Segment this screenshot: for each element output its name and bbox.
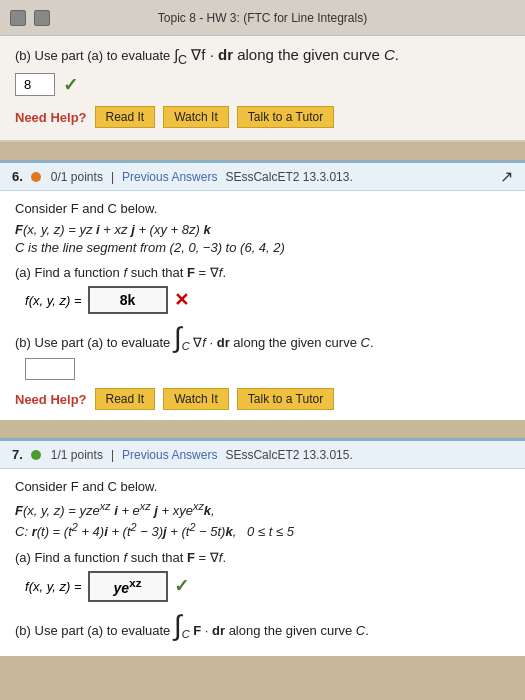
q6-prev-answers: Previous Answers: [122, 170, 217, 184]
divider2: [0, 420, 525, 438]
q6-problem-id: SEssCalcET2 13.3.013.: [225, 170, 352, 184]
q6-part-b-label: (b) Use part (a) to evaluate ∫C ∇f · dr …: [15, 324, 510, 352]
q6-points: 0/1 points: [51, 170, 103, 184]
part-b-label: (b) Use part (a) to evaluate ∫C ∇f · dr …: [15, 46, 510, 67]
q6-part-b-answer-row: [25, 358, 510, 380]
q6-math1: F(x, y, z) = yz i + xz j + (xy + 8z) k: [15, 222, 510, 237]
question-7-header: 7. 1/1 points | Previous Answers SEssCal…: [0, 441, 525, 469]
divider: [0, 142, 525, 160]
question-6-section: 6. 0/1 points | Previous Answers SEssCal…: [0, 160, 525, 420]
question-6-header: 6. 0/1 points | Previous Answers SEssCal…: [0, 163, 525, 191]
integral-icon: ∫: [174, 324, 182, 352]
q6-number: 6.: [12, 169, 23, 184]
green-dot-icon: [31, 450, 41, 460]
read-it-button[interactable]: Read It: [95, 106, 156, 128]
back-button[interactable]: [10, 10, 26, 26]
cursor-icon: ↗: [500, 167, 513, 186]
orange-dot-icon: [31, 172, 41, 182]
watch-it-button[interactable]: Watch It: [163, 106, 229, 128]
answer-value: 8: [15, 73, 55, 96]
top-bar: Topic 8 - HW 3: (FTC for Line Integrals): [0, 0, 525, 36]
q7-math1: F(x, y, z) = yzexz i + exz j + xyexzk,: [15, 500, 510, 518]
q6-part-b-answer-box[interactable]: [25, 358, 75, 380]
q7-problem-id: SEssCalcET2 13.3.015.: [225, 448, 352, 462]
q6-tutor-button[interactable]: Talk to a Tutor: [237, 388, 334, 410]
checkmark-icon: ✓: [63, 74, 78, 96]
q7-prev-answers: Previous Answers: [122, 448, 217, 462]
question-6-body: Consider F and C below. F(x, y, z) = yz …: [0, 191, 525, 420]
q6-intro: Consider F and C below.: [15, 201, 510, 216]
q6-part-a-label: (a) Find a function f such that F = ∇f.: [15, 265, 510, 280]
q7-f-answer-box[interactable]: yexz: [88, 571, 168, 603]
integral-expression: ∫C ∇f · dr along the given curve C.: [174, 46, 399, 67]
q7-integral-icon: ∫: [174, 612, 182, 640]
q6-watch-it-button[interactable]: Watch It: [163, 388, 229, 410]
q7-part-a-label: (a) Find a function f such that F = ∇f.: [15, 550, 510, 565]
q7-separator: |: [111, 448, 114, 462]
q6-separator: |: [111, 170, 114, 184]
q7-number: 7.: [12, 447, 23, 462]
talk-to-tutor-button[interactable]: Talk to a Tutor: [237, 106, 334, 128]
q6-need-help-label: Need Help?: [15, 392, 87, 407]
q7-intro: Consider F and C below.: [15, 479, 510, 494]
need-help-row: Need Help? Read It Watch It Talk to a Tu…: [15, 106, 510, 128]
q6-read-it-button[interactable]: Read It: [95, 388, 156, 410]
q7-points: 1/1 points: [51, 448, 103, 462]
window-controls: [10, 10, 50, 26]
q7-checkmark-icon: ✓: [174, 575, 189, 597]
q6-f-answer-row: f(x, y, z) = 8k ✕: [25, 286, 510, 314]
window-icon: [34, 10, 50, 26]
q6-need-help-row: Need Help? Read It Watch It Talk to a Tu…: [15, 388, 510, 410]
answer-row: 8 ✓: [15, 73, 510, 96]
x-mark-icon: ✕: [174, 289, 189, 311]
q6-math2: C is the line segment from (2, 0, −3) to…: [15, 240, 510, 255]
q7-f-answer-row: f(x, y, z) = yexz ✓: [25, 571, 510, 603]
question-7-section: 7. 1/1 points | Previous Answers SEssCal…: [0, 438, 525, 656]
q7-math2: C: r(t) = (t2 + 4)i + (t2 − 3)j + (t2 − …: [15, 521, 510, 539]
prev-question-section-b: (b) Use part (a) to evaluate ∫C ∇f · dr …: [0, 36, 525, 142]
q7-f-label: f(x, y, z) =: [25, 579, 82, 594]
q7-part-b-label: (b) Use part (a) to evaluate ∫C F · dr a…: [15, 612, 510, 640]
page-title: Topic 8 - HW 3: (FTC for Line Integrals): [158, 11, 367, 25]
q6-f-answer-box[interactable]: 8k: [88, 286, 168, 314]
q6-f-label: f(x, y, z) =: [25, 293, 82, 308]
need-help-label: Need Help?: [15, 110, 87, 125]
question-7-body: Consider F and C below. F(x, y, z) = yze…: [0, 469, 525, 656]
